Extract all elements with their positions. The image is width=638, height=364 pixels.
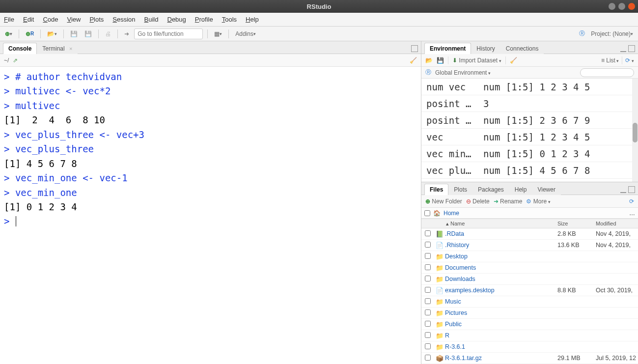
open-file-button[interactable]: 📂 bbox=[45, 28, 59, 39]
file-name[interactable]: R bbox=[445, 332, 557, 339]
rename-button[interactable]: ➜ Rename bbox=[494, 198, 523, 205]
tab-plots[interactable]: Plots bbox=[448, 184, 472, 195]
menu-help[interactable]: Help bbox=[246, 16, 259, 23]
env-row[interactable]: vec_min…num [1:5] 0 1 2 3 4 bbox=[421, 145, 638, 162]
file-checkbox[interactable] bbox=[425, 253, 431, 259]
import-dataset-button[interactable]: ⬇ Import Dataset bbox=[452, 57, 501, 64]
file-checkbox[interactable] bbox=[425, 264, 431, 270]
file-name[interactable]: Desktop bbox=[445, 253, 557, 260]
path-options-icon[interactable]: … bbox=[629, 210, 635, 217]
file-name[interactable]: Downloads bbox=[445, 276, 557, 282]
file-checkbox[interactable] bbox=[425, 355, 431, 361]
col-modified-header[interactable]: Modified bbox=[596, 221, 638, 226]
minimize-pane-icon[interactable] bbox=[620, 45, 626, 52]
env-view-toggle[interactable]: ≡ List bbox=[601, 57, 619, 64]
more-button[interactable]: ⚙ More bbox=[526, 198, 550, 205]
file-row[interactable]: examples.desktop8.8 KBOct 30, 2019, bbox=[421, 285, 638, 296]
file-checkbox[interactable] bbox=[425, 332, 431, 338]
tab-help[interactable]: Help bbox=[509, 184, 532, 195]
tab-terminal[interactable]: Terminal × bbox=[37, 43, 78, 54]
menu-edit[interactable]: Edit bbox=[23, 16, 34, 23]
maximize-pane-icon[interactable] bbox=[628, 45, 635, 52]
file-checkbox[interactable] bbox=[425, 321, 431, 327]
file-row[interactable]: R-3.6.1 bbox=[421, 341, 638, 353]
home-icon[interactable]: 🏠 bbox=[433, 210, 441, 217]
project-menu[interactable]: Project: (None) bbox=[589, 28, 635, 39]
env-row[interactable]: vec_plu…num [1:5] 4 5 6 7 8 bbox=[421, 162, 638, 179]
refresh-files-icon[interactable]: ⟳ bbox=[629, 198, 634, 205]
env-scope-selector[interactable]: Global Environment bbox=[435, 69, 491, 76]
file-row[interactable]: Pictures bbox=[421, 308, 638, 319]
env-search-input[interactable] bbox=[580, 68, 634, 77]
file-name[interactable]: .RData bbox=[445, 230, 557, 237]
menu-session[interactable]: Session bbox=[112, 16, 135, 23]
addins-button[interactable]: Addins bbox=[233, 28, 258, 39]
file-checkbox[interactable] bbox=[425, 343, 431, 349]
file-checkbox[interactable] bbox=[425, 230, 431, 236]
env-row[interactable]: posint_…num [1:5] 2 3 6 7 9 bbox=[421, 112, 638, 129]
env-row[interactable]: vecnum [1:5] 1 2 3 4 5 bbox=[421, 129, 638, 145]
file-row[interactable]: .RData2.8 KBNov 4, 2019, bbox=[421, 228, 638, 240]
file-checkbox[interactable] bbox=[425, 242, 431, 248]
file-name[interactable]: R-3.6.1 bbox=[445, 343, 557, 350]
menu-plots[interactable]: Plots bbox=[89, 16, 104, 23]
print-button[interactable]: 🖨 bbox=[103, 28, 113, 39]
file-row[interactable]: Documents bbox=[421, 262, 638, 274]
menu-tools[interactable]: Tools bbox=[222, 16, 237, 23]
goto-file-input[interactable] bbox=[134, 28, 203, 39]
pane-window-icon[interactable] bbox=[411, 45, 418, 52]
save-all-button[interactable]: 💾 bbox=[83, 28, 94, 39]
clear-env-icon[interactable]: 🧹 bbox=[510, 57, 517, 64]
file-row[interactable]: Music bbox=[421, 296, 638, 308]
minimize-files-pane-icon[interactable] bbox=[620, 186, 626, 193]
env-row[interactable]: posint_…3 bbox=[421, 95, 638, 112]
minimize-button[interactable] bbox=[609, 3, 615, 10]
menu-file[interactable]: File bbox=[4, 16, 14, 23]
delete-button[interactable]: ⊖ Delete bbox=[466, 198, 490, 205]
menu-code[interactable]: Code bbox=[43, 16, 58, 23]
file-checkbox[interactable] bbox=[425, 276, 431, 281]
new-folder-button[interactable]: ⊕ New Folder bbox=[425, 198, 462, 205]
env-scrollbar[interactable] bbox=[632, 79, 638, 182]
save-workspace-icon[interactable]: 💾 bbox=[437, 57, 444, 64]
close-button[interactable] bbox=[628, 3, 635, 10]
menu-build[interactable]: Build bbox=[144, 16, 159, 23]
file-row[interactable]: Desktop bbox=[421, 251, 638, 262]
save-button[interactable]: 💾 bbox=[68, 28, 80, 39]
col-size-header[interactable]: Size bbox=[557, 221, 596, 226]
file-row[interactable]: R bbox=[421, 330, 638, 341]
menu-profile[interactable]: Profile bbox=[195, 16, 213, 23]
file-name[interactable]: Music bbox=[445, 298, 557, 305]
close-icon[interactable]: × bbox=[69, 46, 72, 52]
new-file-button[interactable]: ⊕ bbox=[3, 28, 14, 39]
refresh-env-icon[interactable]: ⟳ bbox=[625, 57, 634, 64]
file-row[interactable]: Public bbox=[421, 319, 638, 330]
file-name[interactable]: .Rhistory bbox=[445, 242, 557, 249]
env-row[interactable]: num_vecnum [1:5] 1 2 3 4 5 bbox=[421, 79, 638, 95]
file-name[interactable]: Public bbox=[445, 321, 557, 328]
tab-environment[interactable]: Environment bbox=[424, 43, 471, 54]
tab-packages[interactable]: Packages bbox=[472, 184, 509, 195]
select-all-checkbox[interactable] bbox=[424, 210, 430, 216]
file-checkbox[interactable] bbox=[425, 298, 431, 304]
maximize-files-pane-icon[interactable] bbox=[628, 186, 635, 193]
file-row[interactable]: Downloads bbox=[421, 274, 638, 285]
load-workspace-icon[interactable]: 📂 bbox=[425, 57, 433, 64]
file-name[interactable]: Pictures bbox=[445, 309, 557, 316]
new-project-button[interactable]: ⊕R bbox=[24, 28, 36, 39]
tab-viewer[interactable]: Viewer bbox=[532, 184, 560, 195]
file-name[interactable]: R-3.6.1.tar.gz bbox=[445, 355, 557, 362]
pane-layout-button[interactable]: ▦ bbox=[212, 28, 224, 39]
breadcrumb-home[interactable]: Home bbox=[444, 210, 459, 217]
console-output[interactable]: > # author techvidvan> multivec <- vec*2… bbox=[0, 67, 421, 364]
console-path-icon[interactable]: ⇗ bbox=[13, 57, 18, 64]
file-name[interactable]: Documents bbox=[445, 264, 557, 271]
file-checkbox[interactable] bbox=[425, 309, 431, 315]
file-name[interactable]: examples.desktop bbox=[445, 287, 557, 294]
menu-view[interactable]: View bbox=[67, 16, 81, 23]
maximize-button[interactable] bbox=[618, 3, 625, 10]
clear-console-icon[interactable]: 🧹 bbox=[410, 57, 417, 64]
tab-connections[interactable]: Connections bbox=[500, 43, 544, 54]
file-row[interactable]: R-3.6.1.tar.gz29.1 MBJul 5, 2019, 12 bbox=[421, 353, 638, 364]
file-row[interactable]: .Rhistory13.6 KBNov 4, 2019, bbox=[421, 240, 638, 251]
